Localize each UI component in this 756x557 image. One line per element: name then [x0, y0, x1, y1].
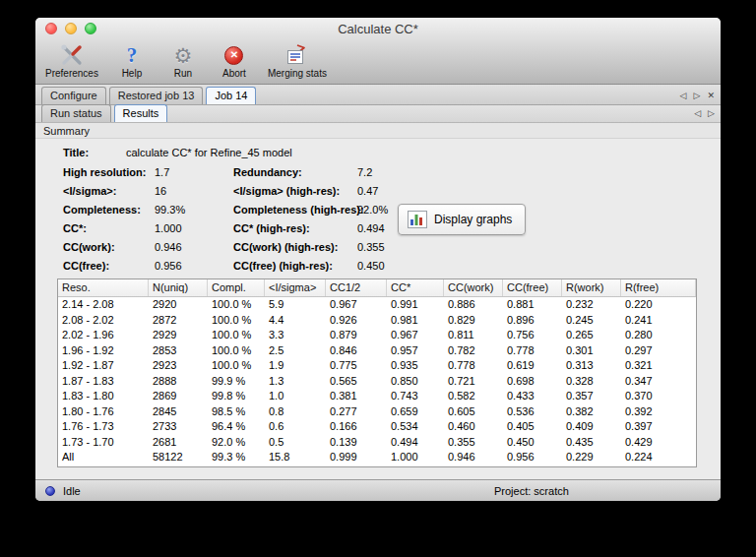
toolbar-button-label: Abort	[222, 68, 246, 79]
table-cell: 0.5	[265, 435, 326, 451]
tab-scroll-right-icon[interactable]: ▷	[694, 92, 701, 100]
table-cell: 58122	[149, 450, 208, 465]
table-cell: 0.886	[444, 297, 503, 313]
tab-restored-job-13[interactable]: Restored job 13	[109, 87, 204, 104]
column-header-cc-work[interactable]: CC(work)	[444, 279, 503, 296]
table-row[interactable]: All5812299.3 %15.80.9991.0000.9460.9560.…	[58, 450, 696, 465]
column-header-compl[interactable]: Compl.	[208, 279, 265, 296]
table-cell: 0.846	[326, 343, 387, 359]
table-row[interactable]: 1.76 - 1.73273396.4 %0.60.1660.5340.4600…	[58, 419, 696, 435]
tab-job-14[interactable]: Job 14	[206, 87, 256, 104]
table-row[interactable]: 2.08 - 2.022872100.0 %4.40.9260.9810.829…	[58, 313, 696, 329]
toolbar-button-run[interactable]: ⚙Run	[165, 42, 201, 79]
table-cell: 0.999	[326, 450, 387, 465]
table-cell: 0.277	[326, 404, 387, 420]
column-header-cc[interactable]: CC*	[387, 279, 444, 296]
table-cell: 0.782	[444, 343, 503, 359]
help-icon: ?	[127, 42, 138, 68]
summary-title-value: calculate CC* for Refine_45 model	[126, 147, 292, 158]
table-cell: 0.397	[621, 419, 696, 435]
close-window-button[interactable]	[45, 23, 57, 34]
column-header-n-uniq[interactable]: N(uniq)	[149, 279, 208, 296]
table-row[interactable]: 1.80 - 1.76284598.5 %0.80.2770.6590.6050…	[58, 404, 696, 420]
display-graphs-button[interactable]: Display graphs	[398, 204, 526, 235]
tab-scroll-right-icon[interactable]: ▷	[708, 109, 715, 118]
summary-value: 92.0%	[357, 204, 388, 216]
table-cell: 1.80 - 1.76	[58, 404, 149, 420]
table-cell: 0.382	[562, 404, 621, 420]
table-cell: 1.000	[387, 450, 444, 465]
summary-title-label: Title:	[63, 147, 126, 158]
table-cell: 0.460	[444, 419, 503, 435]
table-row[interactable]: 2.14 - 2.082920100.0 %5.90.9670.9910.886…	[58, 297, 696, 313]
table-cell: 2888	[149, 374, 208, 390]
tab-scroll-left-icon[interactable]: ◁	[694, 109, 701, 118]
table-cell: 0.6	[265, 419, 326, 435]
table-row[interactable]: 1.87 - 1.83288899.9 %1.30.5650.8500.7210…	[58, 374, 696, 390]
tab-label: Restored job 13	[118, 90, 195, 101]
tab-close-icon[interactable]: ✕	[707, 92, 715, 100]
table-cell: 100.0 %	[208, 328, 265, 343]
table-row[interactable]: 2.02 - 1.962929100.0 %3.30.8790.9670.811…	[58, 328, 696, 343]
summary-label: High resolution:	[63, 166, 155, 178]
table-body: 2.14 - 2.082920100.0 %5.90.9670.9910.886…	[58, 297, 696, 465]
summary-value: 1.7	[155, 166, 233, 178]
toolbar-button-help[interactable]: ?Help	[114, 42, 150, 79]
column-header-r-work[interactable]: R(work)	[562, 279, 621, 296]
summary-value: 0.47	[357, 185, 388, 197]
tab-results[interactable]: Results	[114, 104, 168, 122]
table-cell: 5.9	[265, 297, 326, 313]
table-header-row: Reso.N(uniq)Compl.<I/sigma>CC1/2CC*CC(wo…	[58, 279, 696, 297]
column-header-r-free[interactable]: R(free)	[621, 279, 696, 296]
toolbar-button-abort[interactable]: ✕Abort	[217, 42, 252, 79]
table-cell: 0.232	[562, 297, 621, 313]
table-cell: 92.0 %	[208, 435, 265, 451]
summary-label: <I/sigma>:	[63, 185, 155, 197]
summary-pairs: High resolution:1.7Redundancy:7.2<I/sigm…	[63, 166, 388, 272]
table-row[interactable]: 1.83 - 1.80286999.8 %1.00.3810.7430.5820…	[58, 389, 696, 404]
table-row[interactable]: 1.92 - 1.872923100.0 %1.90.7750.9350.778…	[58, 358, 696, 374]
table-cell: 0.166	[326, 419, 387, 435]
tab-run-status[interactable]: Run status	[41, 104, 111, 122]
column-header-cc1-2[interactable]: CC1/2	[326, 279, 387, 296]
table-cell: 0.957	[387, 343, 444, 359]
summary-label: CC* (high-res):	[233, 222, 357, 234]
table-cell: 4.4	[265, 313, 326, 329]
column-header-i-sigma[interactable]: <I/sigma>	[265, 279, 326, 296]
result-tabs: Run statusResults	[41, 105, 167, 122]
summary-label: CC(work):	[63, 241, 155, 253]
table-cell: 0.220	[621, 297, 696, 313]
table-row[interactable]: 1.73 - 1.70268192.0 %0.50.1390.4940.3550…	[58, 435, 696, 451]
table-cell: 1.92 - 1.87	[58, 358, 149, 374]
abort-icon: ✕	[224, 42, 243, 68]
toolbar-button-preferences[interactable]: Preferences	[45, 42, 98, 79]
table-cell: 0.301	[562, 343, 621, 359]
table-cell: 1.0	[265, 389, 326, 404]
toolbar-button-merging-stats[interactable]: Merging stats	[268, 42, 327, 79]
table-cell: 3.3	[265, 328, 326, 343]
column-header-cc-free[interactable]: CC(free)	[503, 279, 562, 296]
table-cell: 1.9	[265, 358, 326, 374]
table-cell: 2853	[149, 343, 208, 359]
table-cell: 15.8	[265, 450, 326, 465]
display-graphs-label: Display graphs	[434, 213, 512, 226]
table-row[interactable]: 1.96 - 1.922853100.0 %2.50.8460.9570.782…	[58, 343, 696, 359]
column-header-reso[interactable]: Reso.	[58, 279, 149, 296]
table-cell: 0.241	[621, 313, 696, 329]
table-cell: 2845	[149, 404, 208, 420]
table-cell: 0.605	[444, 404, 503, 420]
table-cell: 0.698	[503, 374, 562, 390]
section-label: Summary	[43, 125, 90, 137]
tab-scroll-left-icon[interactable]: ◁	[680, 92, 687, 100]
table-cell: 0.313	[562, 358, 621, 374]
table-cell: 0.778	[503, 343, 562, 359]
result-tab-strip: Run statusResults ◁ ▷	[35, 105, 721, 123]
minimize-window-button[interactable]	[65, 23, 77, 34]
table-cell: 0.850	[387, 374, 444, 390]
table-cell: 1.87 - 1.83	[58, 374, 149, 390]
bar-chart-icon	[408, 211, 427, 228]
summary-value: 0.450	[357, 260, 388, 272]
table-cell: 0.405	[503, 419, 562, 435]
tab-configure[interactable]: Configure	[41, 87, 106, 104]
zoom-window-button[interactable]	[85, 23, 96, 34]
